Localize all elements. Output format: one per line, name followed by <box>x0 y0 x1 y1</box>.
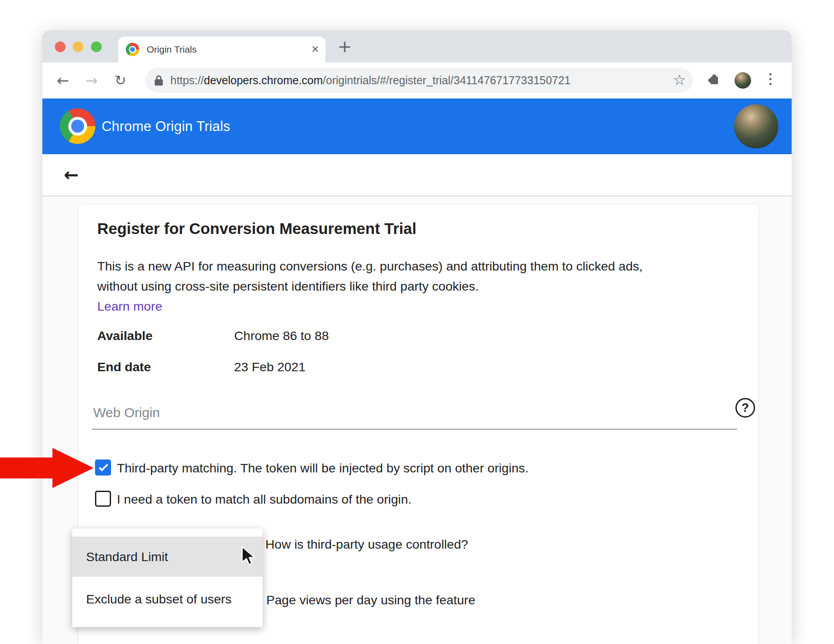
tab-close-icon[interactable]: ✕ <box>311 37 319 62</box>
third-party-matching-checkbox[interactable] <box>95 459 111 476</box>
end-date-value: 23 Feb 2021 <box>234 360 306 374</box>
tab-title: Origin Trials <box>147 37 197 62</box>
page-nav-row: ← <box>42 154 792 197</box>
usage-helper-text: Page views per day using the feature <box>266 593 475 607</box>
minimize-window-button[interactable] <box>73 41 83 52</box>
url-text[interactable]: https://developers.chrome.com/origintria… <box>170 68 570 93</box>
bookmark-star-icon[interactable]: ☆ <box>673 68 686 92</box>
url-host: developers.chrome.com <box>204 74 323 86</box>
lock-icon[interactable] <box>153 74 164 88</box>
trial-description-line2: without using cross-site persistent iden… <box>97 279 479 294</box>
app-title: Chrome Origin Trials <box>102 98 230 154</box>
tab-strip: Origin Trials ✕ + <box>42 30 792 62</box>
chrome-favicon-icon <box>126 43 139 56</box>
chrome-logo-icon <box>60 108 95 144</box>
trial-description-line1: This is a new API for measuring conversi… <box>97 259 643 274</box>
browser-back-icon[interactable]: ← <box>53 62 73 98</box>
match-subdomains-checkbox[interactable] <box>95 491 111 507</box>
match-subdomains-label[interactable]: I need a token to match all subdomains o… <box>117 492 412 507</box>
available-value: Chrome 86 to 88 <box>234 328 329 343</box>
url-scheme: https:// <box>170 74 204 86</box>
mouse-cursor <box>239 546 256 568</box>
address-bar[interactable]: https://developers.chrome.com/origintria… <box>145 68 693 93</box>
app-header: Chrome Origin Trials <box>42 98 792 154</box>
dropdown-option-exclude-subset[interactable]: Exclude a subset of users <box>72 577 263 621</box>
help-icon[interactable]: ? <box>735 398 755 418</box>
reload-icon[interactable]: ↻ <box>111 62 130 98</box>
web-origin-underline <box>92 429 737 430</box>
browser-forward-icon[interactable]: → <box>82 62 101 98</box>
learn-more-link[interactable]: Learn more <box>97 299 162 314</box>
browser-profile-avatar[interactable] <box>735 72 751 89</box>
extensions-puzzle-icon[interactable] <box>710 77 718 84</box>
browser-menu-icon[interactable] <box>769 73 772 88</box>
available-label: Available <box>97 328 153 343</box>
url-path: /origintrials/#/register_trial/341147671… <box>323 74 570 86</box>
user-avatar[interactable] <box>734 104 778 148</box>
new-tab-button[interactable]: + <box>338 31 352 62</box>
browser-toolbar: ← → ↻ https://developers.chrome.com/orig… <box>42 62 792 98</box>
close-window-button[interactable] <box>55 41 66 52</box>
page-back-arrow-icon[interactable]: ← <box>64 154 79 196</box>
dropdown-option-standard-limit[interactable]: Standard Limit <box>72 537 263 577</box>
usage-control-question: How is third-party usage controlled? <box>265 537 468 552</box>
end-date-label: End date <box>97 360 151 374</box>
page-title: Register for Conversion Measurement Tria… <box>97 220 417 238</box>
usage-limit-dropdown-menu: Standard Limit Exclude a subset of users <box>72 529 263 627</box>
maximize-window-button[interactable] <box>91 41 102 52</box>
web-origin-input[interactable]: Web Origin <box>93 405 160 420</box>
browser-tab[interactable]: Origin Trials ✕ <box>118 37 326 62</box>
checkmark-icon <box>99 462 108 471</box>
third-party-matching-label[interactable]: Third-party matching. The token will be … <box>117 461 528 476</box>
